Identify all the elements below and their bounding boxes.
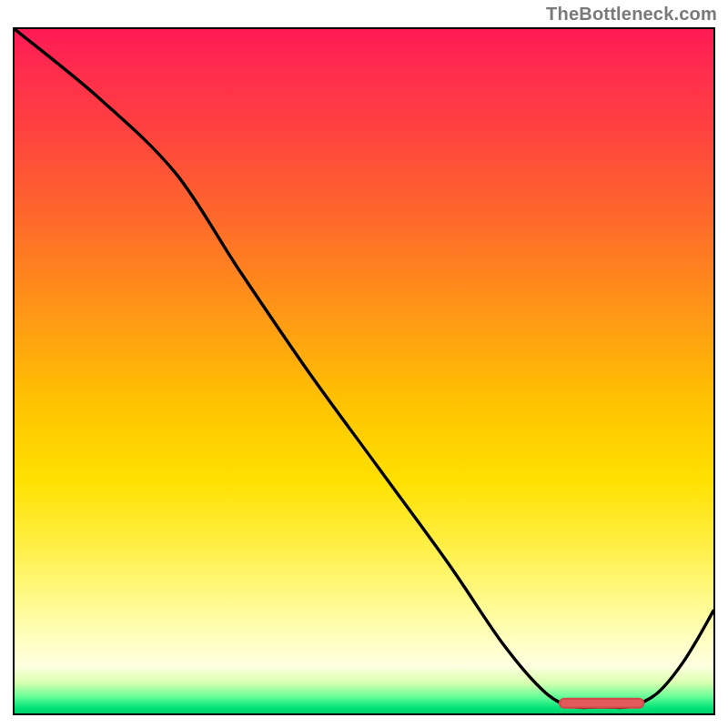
bottleneck-curve bbox=[15, 29, 713, 708]
chart-svg bbox=[15, 29, 713, 713]
bottleneck-chart bbox=[13, 27, 715, 715]
bottleneck-region-marker bbox=[560, 699, 643, 708]
stage: TheBottleneck.com bbox=[0, 0, 728, 728]
watermark-text: TheBottleneck.com bbox=[546, 4, 717, 25]
